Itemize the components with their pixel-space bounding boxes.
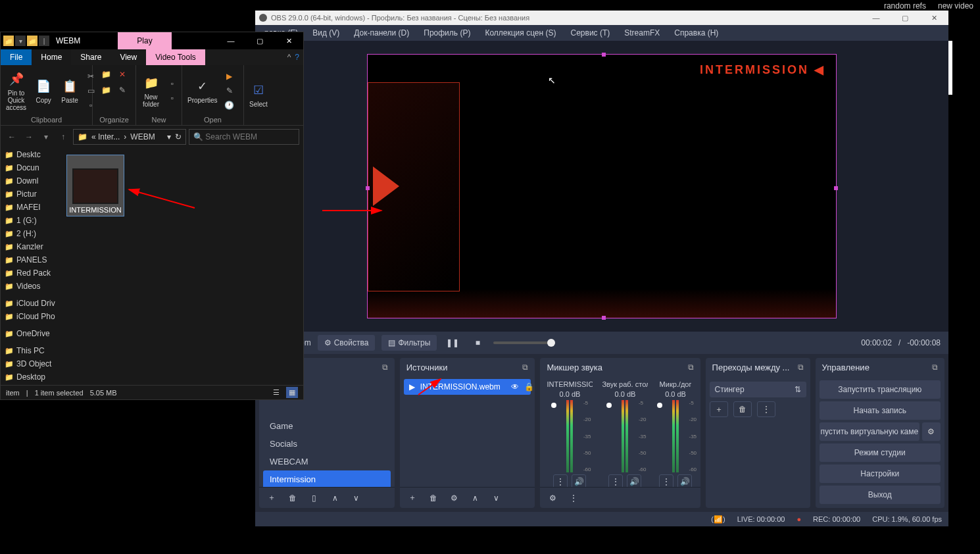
refresh-icon[interactable]: ↻ (175, 132, 182, 141)
moveto-icon[interactable]: 📁 (100, 68, 113, 81)
pin-quickaccess-button[interactable]: 📌Pin to Quick access (3, 68, 29, 113)
nav-back-button[interactable]: ← (5, 130, 19, 144)
rename-icon[interactable]: ✎ (116, 84, 129, 97)
tab-view[interactable]: View (110, 49, 146, 65)
maximize-button[interactable]: ▢ (891, 11, 919, 25)
tab-share[interactable]: Share (71, 49, 110, 65)
new-folder-button[interactable]: 📁New folder (139, 72, 163, 109)
scene-down-button[interactable]: ∨ (347, 490, 364, 506)
volume-slider[interactable] (493, 341, 555, 344)
obs-titlebar[interactable]: OBS 29.0.0 (64-bit, windows) - Профиль: … (255, 11, 948, 25)
sidebar-item[interactable]: 📁iCloud Pho (1, 310, 59, 323)
sidebar-item[interactable]: 📁Docun (1, 161, 59, 174)
sidebar-item[interactable]: 📁PANELS (1, 253, 59, 266)
menu-service[interactable]: Сервис (T) (566, 27, 616, 39)
link-random-refs[interactable]: random refs (884, 1, 926, 11)
preview-canvas[interactable]: INTERMISSION ◀ (367, 54, 837, 318)
menu-help[interactable]: Справка (H) (669, 27, 723, 39)
minimize-button[interactable]: — (862, 11, 891, 25)
filters-button[interactable]: ▤Фильтры (381, 335, 437, 351)
maximize-button[interactable]: ▢ (245, 32, 274, 49)
exit-button[interactable]: Выход (820, 486, 941, 504)
sidebar-item[interactable]: 📁2 (H:) (1, 227, 59, 240)
channel-menu-button[interactable]: ⋮ (659, 474, 674, 487)
popout-icon[interactable]: ⧉ (688, 363, 694, 372)
paste-button[interactable]: 📋Paste (58, 76, 82, 105)
sidebar-item[interactable]: 📁Red Pack (1, 266, 59, 280)
explorer-content[interactable]: INTERMISSION (59, 148, 303, 385)
scene-up-button[interactable]: ∧ (326, 490, 343, 506)
file-intermission[interactable]: INTERMISSION (66, 155, 124, 216)
settings-button[interactable]: Настройки (820, 465, 941, 483)
search-input[interactable]: 🔍 Search WEBM (189, 129, 299, 145)
edit-icon[interactable]: ✎ (223, 84, 236, 97)
delete-transition-button[interactable]: 🗑 (733, 401, 752, 417)
source-item-intermission[interactable]: ▶ INTERMISSION.webm 👁 🔒 (404, 379, 531, 395)
vcam-settings-button[interactable]: ⚙ (922, 422, 941, 441)
scene-item-webcam[interactable]: WEBCAM (263, 453, 391, 470)
pause-button[interactable]: ❚❚ (443, 335, 462, 351)
easy-access-icon[interactable]: ▫ (166, 91, 179, 105)
open-icon[interactable]: ▶ (223, 70, 236, 83)
history-icon[interactable]: 🕐 (223, 99, 236, 112)
view-large-icon[interactable]: ▦ (286, 387, 298, 398)
start-record-button[interactable]: Начать запись (820, 401, 941, 420)
mixer-meter[interactable]: -5-20-35-50-60 (664, 400, 687, 472)
close-button[interactable]: ✕ (274, 32, 303, 49)
tab-home[interactable]: Home (32, 49, 71, 65)
source-down-button[interactable]: ∨ (488, 490, 505, 506)
channel-mute-button[interactable]: 🔊 (572, 474, 586, 487)
sidebar-item[interactable]: 📁Desktc (1, 148, 59, 161)
select-button[interactable]: ☑Select (247, 80, 270, 109)
studio-mode-button[interactable]: Режим студии (820, 443, 941, 462)
video-tools-play-tab[interactable]: Play (118, 32, 172, 49)
sidebar-item[interactable]: 📁iCloud Driv (1, 297, 59, 310)
mixer-meter[interactable]: -5-20-35-50-60 (558, 400, 581, 472)
delete-icon[interactable]: ✕ (116, 68, 129, 81)
sidebar-item[interactable]: 📁MAFEI (1, 201, 59, 214)
mixer-meter[interactable]: -5-20-35-50-60 (613, 400, 637, 472)
tab-file[interactable]: File (1, 49, 32, 65)
popout-icon[interactable]: ⧉ (932, 363, 938, 372)
mixer-menu-button[interactable]: ⋮ (565, 490, 582, 506)
link-new-video[interactable]: new video (938, 1, 973, 11)
lock-icon[interactable]: 🔒 (524, 382, 534, 391)
delete-scene-button[interactable]: 🗑 (284, 490, 301, 506)
mixer-settings-button[interactable]: ⚙ (544, 490, 561, 506)
visibility-icon[interactable]: 👁 (511, 382, 519, 391)
menu-profile[interactable]: Профиль (P) (418, 27, 476, 39)
sidebar-item[interactable]: 📁Downl (1, 174, 59, 188)
delete-source-button[interactable]: 🗑 (425, 490, 442, 506)
menu-view[interactable]: Вид (V) (307, 27, 345, 39)
sidebar-item[interactable]: 📁Kanzler (1, 240, 59, 253)
scene-item-socials[interactable]: Socials (263, 435, 391, 453)
help-icon[interactable]: ? (295, 53, 299, 62)
menu-scenes[interactable]: Коллекция сцен (S) (479, 27, 561, 39)
channel-mute-button[interactable]: 🔊 (627, 474, 641, 487)
ribbon-collapse-icon[interactable]: ^ (287, 53, 291, 62)
start-stream-button[interactable]: Запустить трансляцию (820, 380, 941, 399)
start-vcam-button[interactable]: пустить виртуальную каме (820, 422, 919, 441)
tab-video-tools[interactable]: Video Tools (146, 49, 205, 65)
sidebar-item[interactable]: 📁Desktop (1, 370, 59, 384)
properties-button[interactable]: ✓Properties (185, 76, 220, 105)
chevron-down-icon[interactable]: ▾ (167, 132, 171, 141)
copyto-icon[interactable]: 📁 (100, 84, 113, 97)
transition-menu-button[interactable]: ⋮ (757, 401, 775, 417)
sidebar-item[interactable]: 📁Videos (1, 280, 59, 293)
obs-preview-area[interactable]: INTERMISSION ◀ (255, 41, 948, 332)
channel-menu-button[interactable]: ⋮ (553, 474, 568, 487)
properties-button[interactable]: ⚙Свойства (318, 335, 376, 351)
popout-icon[interactable]: ⧉ (382, 363, 388, 372)
sidebar-item[interactable]: 📁Pictur (1, 188, 59, 201)
nav-forward-button[interactable]: → (22, 130, 36, 144)
save-icon[interactable]: ▾ (15, 36, 26, 46)
popout-icon[interactable]: ⧉ (522, 363, 528, 372)
scene-item-intermission[interactable]: Intermission (263, 470, 391, 487)
sidebar-item[interactable]: 📁OneDrive (1, 327, 59, 340)
transition-select[interactable]: Стингер⇅ (710, 382, 806, 397)
address-bar[interactable]: 📁 « Inter...› WEBM ▾↻ (73, 129, 186, 145)
scene-filter-button[interactable]: ▯ (305, 490, 322, 506)
nav-recent-button[interactable]: ▾ (39, 130, 53, 144)
add-scene-button[interactable]: ＋ (263, 490, 280, 506)
